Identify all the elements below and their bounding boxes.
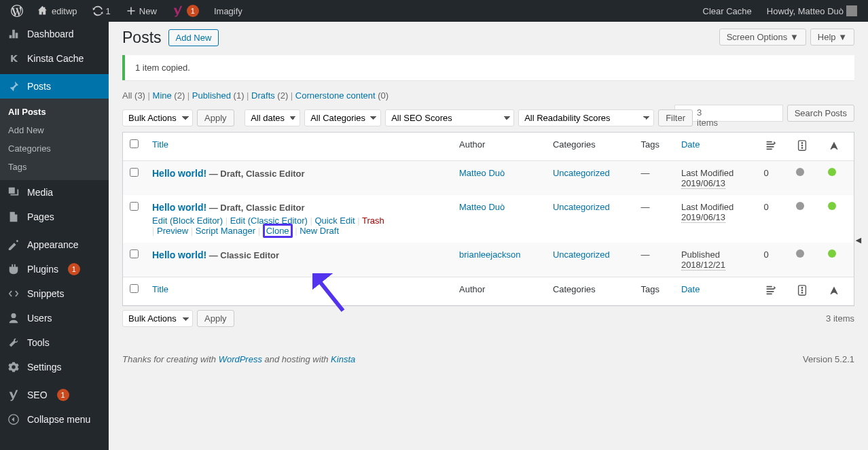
yoast-link[interactable]: 1 bbox=[166, 0, 204, 22]
seo-badge: 1 bbox=[57, 389, 69, 401]
menu-media[interactable]: Media bbox=[0, 180, 109, 205]
updates-link[interactable]: 1 bbox=[87, 0, 116, 22]
bulk-actions-select[interactable]: Bulk Actions bbox=[122, 109, 193, 126]
clone-link[interactable]: Clone bbox=[263, 224, 293, 238]
svg-point-4 bbox=[801, 147, 803, 149]
select-all-bottom[interactable] bbox=[130, 284, 139, 293]
bulk-actions-select-bottom[interactable]: Bulk Actions bbox=[122, 310, 193, 327]
table-row: Hello world! — Draft, Classic Editor Edi… bbox=[123, 195, 854, 243]
item-count-top: 3 items bbox=[697, 107, 718, 128]
menu-snippets[interactable]: Snippets bbox=[0, 281, 109, 306]
apply-button-top[interactable]: Apply bbox=[197, 109, 234, 126]
help-button[interactable]: Help ▼ bbox=[810, 29, 854, 46]
filter-button[interactable]: Filter bbox=[658, 109, 693, 126]
status-filter-link[interactable]: Cornerstone content bbox=[295, 90, 376, 101]
sub-categories[interactable]: Categories bbox=[0, 139, 109, 158]
menu-settings[interactable]: Settings bbox=[0, 355, 109, 379]
kinsta-link[interactable]: Kinsta bbox=[331, 354, 355, 364]
col-links-icon bbox=[757, 133, 789, 161]
author-link[interactable]: Matteo Duò bbox=[459, 168, 505, 178]
preview-link[interactable]: Preview bbox=[157, 226, 188, 236]
category-link[interactable]: Uncategorized bbox=[553, 202, 610, 212]
tags-cell: — bbox=[634, 195, 674, 243]
screen-options-button[interactable]: Screen Options ▼ bbox=[719, 29, 806, 46]
sub-tags[interactable]: Tags bbox=[0, 158, 109, 176]
category-link[interactable]: Uncategorized bbox=[553, 168, 610, 178]
readability-dot bbox=[821, 161, 854, 195]
wp-logo[interactable] bbox=[5, 0, 29, 22]
wp-link[interactable]: WordPress bbox=[219, 354, 262, 364]
new-draft-link[interactable]: New Draft bbox=[300, 226, 339, 236]
menu-seo[interactable]: SEO1 bbox=[0, 383, 109, 407]
select-all-top[interactable] bbox=[130, 139, 139, 148]
status-filter-link[interactable]: Drafts bbox=[251, 90, 275, 101]
col-seo-icon bbox=[789, 133, 821, 161]
row-checkbox[interactable] bbox=[130, 202, 139, 211]
dashboard-icon bbox=[7, 27, 20, 41]
submenu-posts: All Posts Add New Categories Tags bbox=[0, 99, 109, 180]
author-link[interactable]: Matteo Duò bbox=[459, 202, 505, 212]
post-title-link[interactable]: Hello world! bbox=[152, 168, 206, 179]
tools-icon bbox=[7, 336, 20, 349]
menu-dashboard[interactable]: Dashboard bbox=[0, 22, 109, 46]
kinsta-icon: 𝗞 bbox=[7, 52, 20, 65]
seo-dot bbox=[789, 195, 821, 243]
clear-cache-link[interactable]: Clear Cache bbox=[698, 0, 757, 22]
add-new-button[interactable]: Add New bbox=[168, 29, 219, 46]
seo-dot bbox=[789, 161, 821, 195]
readability-dot bbox=[821, 195, 854, 243]
quick-edit-link[interactable]: Quick Edit bbox=[314, 215, 355, 226]
menu-posts[interactable]: Posts bbox=[0, 74, 109, 99]
menu-kinsta[interactable]: 𝗞Kinsta Cache bbox=[0, 46, 109, 71]
post-title-link[interactable]: Hello world! bbox=[152, 202, 206, 213]
imagify-link[interactable]: Imagify bbox=[209, 0, 248, 22]
new-link[interactable]: New bbox=[120, 0, 162, 22]
script-manager-link[interactable]: Script Manager bbox=[196, 226, 255, 236]
row-checkbox[interactable] bbox=[130, 168, 139, 177]
category-link[interactable]: Uncategorized bbox=[553, 249, 610, 260]
row-actions: Edit (Block Editor) | Edit (Classic Edit… bbox=[152, 215, 446, 236]
col-date[interactable]: Date bbox=[681, 139, 700, 150]
col-title-foot[interactable]: Title bbox=[152, 284, 168, 294]
users-icon bbox=[7, 311, 20, 325]
author-link[interactable]: brianleejackson bbox=[459, 249, 520, 260]
plugins-badge: 1 bbox=[68, 263, 80, 275]
menu-users[interactable]: Users bbox=[0, 306, 109, 330]
content-area: Screen Options ▼ Help ▼ Posts Add New 1 … bbox=[109, 22, 868, 450]
snippets-icon bbox=[7, 287, 20, 300]
post-state: — Draft, Classic Editor bbox=[206, 203, 304, 213]
plugins-icon bbox=[7, 262, 20, 276]
tags-cell: — bbox=[634, 161, 674, 195]
status-filter-link[interactable]: Published bbox=[192, 90, 231, 101]
sub-add-new[interactable]: Add New bbox=[0, 121, 109, 139]
trash-link[interactable]: Trash bbox=[362, 215, 384, 226]
row-checkbox[interactable] bbox=[130, 249, 139, 258]
col-date-foot[interactable]: Date bbox=[681, 284, 700, 294]
sub-all-posts[interactable]: All Posts bbox=[0, 103, 109, 121]
menu-appearance[interactable]: Appearance bbox=[0, 232, 109, 257]
admin-footer: Thanks for creating with WordPress and h… bbox=[122, 354, 854, 364]
col-title[interactable]: Title bbox=[152, 139, 168, 150]
col-tags: Tags bbox=[634, 133, 674, 161]
avatar bbox=[846, 5, 857, 16]
menu-plugins[interactable]: Plugins1 bbox=[0, 257, 109, 281]
readability-filter[interactable]: All Readability Scores bbox=[518, 109, 654, 126]
date-filter[interactable]: All dates bbox=[245, 109, 300, 126]
pages-icon bbox=[7, 210, 20, 224]
edit-block-link[interactable]: Edit (Block Editor) bbox=[152, 215, 223, 226]
post-title-link[interactable]: Hello world! bbox=[152, 249, 206, 260]
page-title: Posts bbox=[122, 29, 162, 47]
menu-collapse[interactable]: Collapse menu bbox=[0, 407, 109, 432]
search-button[interactable]: Search Posts bbox=[787, 105, 854, 122]
site-link[interactable]: editwp bbox=[33, 0, 83, 22]
account-link[interactable]: Howdy, Matteo Duò bbox=[761, 0, 863, 22]
seo-filter[interactable]: All SEO Scores bbox=[385, 109, 514, 126]
apply-button-bottom[interactable]: Apply bbox=[197, 310, 234, 327]
post-state: — Draft, Classic Editor bbox=[206, 169, 304, 179]
date-cell: Last Modified2019/06/13 bbox=[674, 195, 757, 243]
menu-tools[interactable]: Tools bbox=[0, 330, 109, 355]
category-filter[interactable]: All Categories bbox=[304, 109, 381, 126]
menu-pages[interactable]: Pages bbox=[0, 205, 109, 229]
tags-cell: — bbox=[634, 243, 674, 277]
status-filter-link[interactable]: Mine bbox=[153, 90, 172, 101]
